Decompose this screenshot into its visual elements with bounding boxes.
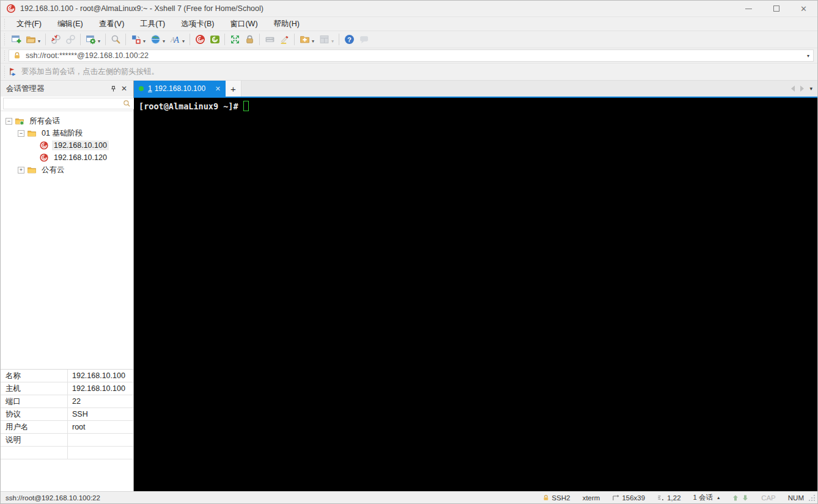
statusbar-session-count[interactable]: 1 会话 ▴ xyxy=(687,493,726,502)
prop-label: 用户名 xyxy=(1,421,68,433)
close-panel-button[interactable]: ✕ xyxy=(119,83,130,94)
session-properties-dropdown-arrow[interactable]: ▾ xyxy=(98,38,100,44)
xshell-button[interactable] xyxy=(193,32,207,47)
minimize-button[interactable] xyxy=(735,1,762,16)
new-folder-dropdown-arrow[interactable]: ▾ xyxy=(312,38,314,44)
tab-scroll-left-icon[interactable] xyxy=(791,86,795,92)
address-dropdown-arrow[interactable]: ▾ xyxy=(807,53,809,59)
highlight-button[interactable] xyxy=(277,32,292,47)
tree-item-session-120[interactable]: 192.168.10.120 xyxy=(1,152,133,164)
folder-icon xyxy=(27,165,37,175)
lock-button[interactable] xyxy=(242,32,257,47)
menu-tools[interactable]: 工具(T) xyxy=(132,17,173,31)
xftp-icon xyxy=(210,34,220,45)
tab-session-1[interactable]: 1 192.168.10.100 ✕ xyxy=(134,81,226,97)
compose-layout-icon xyxy=(131,34,141,45)
font-dropdown-arrow[interactable]: ▾ xyxy=(182,38,185,44)
close-button[interactable]: ✕ xyxy=(790,1,817,16)
xshell-logo-icon xyxy=(6,4,16,13)
noticebar-gripper[interactable] xyxy=(3,66,6,78)
find-button[interactable] xyxy=(108,32,123,47)
session-properties-button[interactable] xyxy=(83,32,98,47)
virtual-keyboard-button[interactable] xyxy=(262,32,277,47)
maximize-button[interactable] xyxy=(762,1,790,16)
caps-lock-label: CAP xyxy=(761,494,776,502)
addressbar-gripper[interactable] xyxy=(3,51,6,61)
address-lock-icon xyxy=(13,51,21,60)
menu-view[interactable]: 查看(V) xyxy=(91,17,133,31)
noticebar: 要添加当前会话，点击左侧的箭头按钮。 xyxy=(1,63,817,81)
minimize-icon xyxy=(745,9,752,9)
search-icon xyxy=(123,100,131,108)
web-browser-button[interactable] xyxy=(148,32,163,47)
prop-row-port: 端口 22 xyxy=(1,395,133,408)
open-button[interactable] xyxy=(23,32,38,47)
new-session-button[interactable] xyxy=(9,32,23,47)
tab-list-dropdown-icon[interactable]: ▾ xyxy=(809,86,812,92)
session-search-input[interactable] xyxy=(3,98,135,109)
menu-edit[interactable]: 编辑(E) xyxy=(50,17,91,31)
terminal[interactable]: [root@AlmaLinux9 ~]# xyxy=(134,98,817,491)
fullscreen-button[interactable] xyxy=(227,32,242,47)
previous-session-icon[interactable] xyxy=(732,494,739,502)
new-session-icon xyxy=(11,34,21,45)
collapse-icon[interactable]: − xyxy=(6,118,12,125)
tree-item-label: 192.168.10.100 xyxy=(52,141,109,150)
open-dropdown-arrow[interactable]: ▾ xyxy=(38,38,40,44)
statusbar-size: 156x39 xyxy=(606,494,651,502)
titlebar: 192.168.10.100 - root@AlmaLinux9:~ - Xsh… xyxy=(1,1,817,16)
expand-icon[interactable]: + xyxy=(18,167,24,173)
prop-label: 端口 xyxy=(1,395,68,407)
address-box[interactable]: ▾ xyxy=(9,49,814,62)
compose-dropdown-arrow[interactable]: ▾ xyxy=(143,38,146,44)
tree-item-folder-cloud[interactable]: + 公有云 xyxy=(1,164,133,176)
menu-window[interactable]: 窗口(W) xyxy=(222,17,265,31)
web-browser-dropdown-arrow[interactable]: ▾ xyxy=(163,38,165,44)
keyboard-icon xyxy=(265,34,275,45)
tab-close-icon[interactable]: ✕ xyxy=(215,85,221,93)
tree-item-folder-01[interactable]: − 01 基础阶段 xyxy=(1,127,133,139)
find-icon xyxy=(111,34,121,45)
terminal-line: [root@AlmaLinux9 ~]# xyxy=(139,101,817,111)
toolbar-gripper[interactable] xyxy=(3,34,6,45)
menubar-gripper[interactable] xyxy=(3,19,6,28)
statusbar-terminal-type: xterm xyxy=(577,494,606,502)
reconnect-icon xyxy=(65,34,76,45)
prop-row-empty xyxy=(1,447,133,459)
tab-scroll-right-icon[interactable] xyxy=(800,86,804,92)
new-tab-button[interactable]: + xyxy=(226,81,241,97)
prop-label: 协议 xyxy=(1,408,68,420)
new-folder-button[interactable] xyxy=(297,32,312,47)
session-list-dropdown-icon[interactable]: ▴ xyxy=(717,495,720,500)
prop-label: 说明 xyxy=(1,434,68,446)
protocol-label: SSH2 xyxy=(552,494,570,502)
tree-connector xyxy=(30,155,37,161)
address-input[interactable] xyxy=(26,51,803,60)
compose-button[interactable] xyxy=(128,32,143,47)
menu-tabs[interactable]: 选项卡(B) xyxy=(173,17,222,31)
prop-row-username: 用户名 root xyxy=(1,421,133,434)
lock-icon xyxy=(245,34,255,45)
font-button[interactable]: AA xyxy=(168,32,182,47)
menu-file[interactable]: 文件(F) xyxy=(9,17,50,31)
collapse-icon[interactable]: − xyxy=(18,130,24,137)
tab-number: 1 xyxy=(148,84,152,93)
pin-icon xyxy=(110,86,117,92)
close-icon: ✕ xyxy=(800,4,807,13)
next-session-icon[interactable] xyxy=(742,494,749,502)
tree-item-all-sessions[interactable]: − 所有会话 xyxy=(1,115,133,127)
xftp-button[interactable] xyxy=(207,32,222,47)
help-button[interactable]: ? xyxy=(342,32,356,47)
notice-text: 要添加当前会话，点击左侧的箭头按钮。 xyxy=(21,67,159,77)
disconnect-button[interactable] xyxy=(48,32,63,47)
resize-grip-icon[interactable] xyxy=(808,494,816,502)
terminal-type-label: xterm xyxy=(583,494,600,502)
pin-panel-button[interactable] xyxy=(108,83,119,94)
tree-item-session-100[interactable]: 192.168.10.100 xyxy=(1,139,133,152)
cursor-position-icon xyxy=(657,494,665,502)
prop-row-description: 说明 xyxy=(1,434,133,447)
menu-help[interactable]: 帮助(H) xyxy=(266,17,308,31)
tree-item-label: 公有云 xyxy=(40,164,67,176)
tree-item-label: 01 基础阶段 xyxy=(40,128,84,139)
toolbar-separator xyxy=(294,34,295,45)
